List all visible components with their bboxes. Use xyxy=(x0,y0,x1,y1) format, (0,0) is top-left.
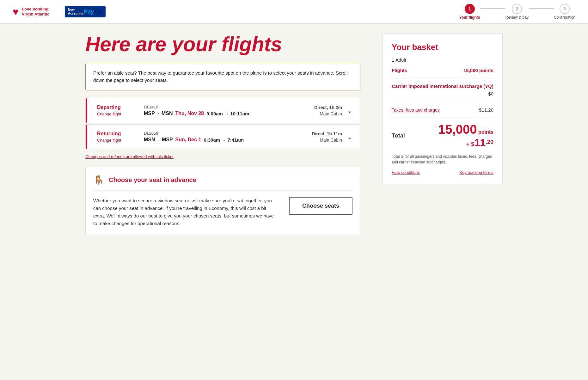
basket: Your basket 1 Adult Flights 15,000 point… xyxy=(383,33,503,184)
change-flight-departing[interactable]: Change flight xyxy=(97,112,138,116)
basket-flights-value: 15,000 points xyxy=(463,68,493,73)
logo: ♥ Love booking Virgin Atlantic xyxy=(13,7,60,17)
flight-number-returning: DL2059¹ xyxy=(144,131,312,136)
flight-direction-returning: Returning xyxy=(97,131,138,137)
progress-steps: 1 Your flights 2 Review & pay 3 Confirma… xyxy=(459,4,575,20)
flight-direction-departing: Departing xyxy=(97,105,138,110)
arrow-icon-departing: → xyxy=(224,111,230,116)
step-line-1 xyxy=(480,8,505,9)
content-area: Here are your flights Prefer an aisle se… xyxy=(85,33,370,235)
flight-info-departing: Departing Change flight xyxy=(93,105,138,116)
basket-divider-2 xyxy=(392,102,493,102)
chevron-down-icon-returning[interactable]: ⌄ xyxy=(347,133,352,141)
info-banner: Prefer an aisle seat? The best way to gu… xyxy=(85,63,360,90)
total-cash-plus: + $ xyxy=(466,141,475,147)
total-cash-line: + $11.20 xyxy=(466,137,493,149)
flight-from-departing: MSP xyxy=(144,111,155,116)
basket-divider-1 xyxy=(392,78,493,78)
basket-flights-label: Flights xyxy=(392,68,407,73)
basket-taxes-row: Taxes, fees and charges $11.20 xyxy=(392,107,493,113)
paypal-badge: Now Accepting PayPal xyxy=(65,6,106,17)
choose-seats-button[interactable]: Choose seats xyxy=(289,197,352,215)
flight-left-bar-returning xyxy=(86,125,87,149)
seat-icon: 🪑 xyxy=(93,175,104,185)
basket-divider-3 xyxy=(392,118,493,118)
step-2: 2 Review & pay xyxy=(505,4,529,20)
flight-to-returning: MSP xyxy=(162,137,173,143)
flight-time-returning: 6:30am → 7:41am xyxy=(204,137,244,143)
logo-area: ♥ Love booking Virgin Atlantic Now Accep… xyxy=(13,6,106,17)
step-1: 1 Your flights xyxy=(459,4,480,20)
flight-left-bar-departing xyxy=(86,98,87,123)
basket-surcharge-value: $0 xyxy=(488,91,493,96)
basket-surcharge-label: Carrier imposed international surcharge … xyxy=(392,83,493,89)
basket-total-label: Total xyxy=(392,132,405,139)
basket-surcharge-section: Carrier imposed international surcharge … xyxy=(392,83,493,97)
header: ♥ Love booking Virgin Atlantic Now Accep… xyxy=(0,0,588,24)
route-dash-returning: - xyxy=(158,137,159,143)
flight-mid-departing: DL1416¹ MSP - MSN Thu, Nov 28 9:09am → 1… xyxy=(144,105,314,116)
fare-conditions-link[interactable]: Fare conditions xyxy=(392,170,420,175)
info-banner-text: Prefer an aisle seat? The best way to gu… xyxy=(93,70,352,84)
flight-details-right-departing: Direct, 1h 2m Main Cabin xyxy=(314,105,342,116)
flight-time-departing: 9:09am → 10:11am xyxy=(206,111,249,116)
flight-duration-departing: Direct, 1h 2m xyxy=(314,105,342,110)
seat-selection-card: 🪑 Choose your seat in advance Whether yo… xyxy=(85,167,360,235)
flight-card-departing: Departing Change flight DL1416¹ MSP - MS… xyxy=(85,98,360,123)
changes-refunds-link[interactable]: Changes and refunds are allowed with thi… xyxy=(85,154,174,159)
paypal-brand: PayPal xyxy=(84,9,102,15)
step-label-1: Your flights xyxy=(459,15,480,20)
step-label-2: Review & pay xyxy=(505,15,529,20)
step-circle-2: 2 xyxy=(512,4,522,14)
step-label-3: Confirmation xyxy=(554,15,575,20)
step-line-2 xyxy=(529,8,554,9)
page-title: Here are your flights xyxy=(85,33,370,55)
flight-number-departing: DL1416¹ xyxy=(144,105,314,109)
change-flight-returning[interactable]: Change flight xyxy=(97,138,138,143)
main-content: Here are your flights Prefer an aisle se… xyxy=(73,24,515,245)
step-3: 3 Confirmation xyxy=(554,4,575,20)
paypal-now-accepting: Now Accepting xyxy=(68,8,82,15)
flight-mid-returning: DL2059¹ MSN - MSP Sun, Dec 1 6:30am → 7:… xyxy=(144,131,312,143)
step-circle-3: 3 xyxy=(560,4,570,14)
basket-adult: 1 Adult xyxy=(392,57,493,63)
step-circle-1: 1 xyxy=(465,4,475,14)
basket-footer-links: Fare conditions Key booking terms xyxy=(392,170,493,175)
seat-card-title: Choose your seat in advance xyxy=(109,176,196,184)
total-points-suffix: points xyxy=(478,129,493,135)
arrow-icon-returning: → xyxy=(221,137,227,143)
total-cash-decimal: .20 xyxy=(486,139,493,145)
flight-date-departing: Thu, Nov 28 xyxy=(175,111,204,116)
flight-info-returning: Returning Change flight xyxy=(93,131,138,143)
basket-flights-row: Flights 15,000 points xyxy=(392,68,493,73)
basket-note: Total is for all passengers and includes… xyxy=(392,154,493,165)
route-dash-departing: - xyxy=(157,111,159,116)
basket-total-value: 15,000 points + $11.20 xyxy=(438,123,493,149)
basket-taxes-label[interactable]: Taxes, fees and charges xyxy=(392,107,440,113)
flight-card-returning: Returning Change flight DL2059¹ MSN - MS… xyxy=(85,124,360,149)
sidebar: Your basket 1 Adult Flights 15,000 point… xyxy=(383,33,503,235)
flight-cabin-returning: Main Cabin xyxy=(312,138,342,143)
flight-to-departing: MSN xyxy=(162,111,173,116)
basket-title: Your basket xyxy=(392,42,493,52)
basket-taxes-value: $11.20 xyxy=(479,107,493,113)
flight-date-returning: Sun, Dec 1 xyxy=(175,137,201,143)
key-booking-terms-link[interactable]: Key booking terms xyxy=(459,170,493,175)
flight-from-returning: MSN xyxy=(144,137,155,143)
seat-card-body: Whether you want to secure a window seat… xyxy=(93,197,352,227)
basket-total-row: Total 15,000 points + $11.20 xyxy=(392,123,493,149)
seat-card-header: 🪑 Choose your seat in advance xyxy=(93,175,352,191)
flight-route-returning: MSN - MSP Sun, Dec 1 6:30am → 7:41am xyxy=(144,137,312,143)
heart-icon: ♥ xyxy=(13,7,19,17)
total-points-number: 15,000 xyxy=(438,122,477,136)
seat-card-description: Whether you want to secure a window seat… xyxy=(93,197,276,227)
flight-details-right-returning: Direct, 1h 11m Main Cabin xyxy=(312,131,342,143)
flight-route-departing: MSP - MSN Thu, Nov 28 9:09am → 10:11am xyxy=(144,111,314,116)
flight-duration-returning: Direct, 1h 11m xyxy=(312,131,342,136)
flight-cabin-departing: Main Cabin xyxy=(314,111,342,116)
chevron-down-icon-departing[interactable]: ⌄ xyxy=(347,107,352,114)
total-points-line: 15,000 points xyxy=(438,123,493,136)
total-cash-main: 11 xyxy=(474,137,486,148)
logo-text: Love booking Virgin Atlantic xyxy=(22,7,60,16)
